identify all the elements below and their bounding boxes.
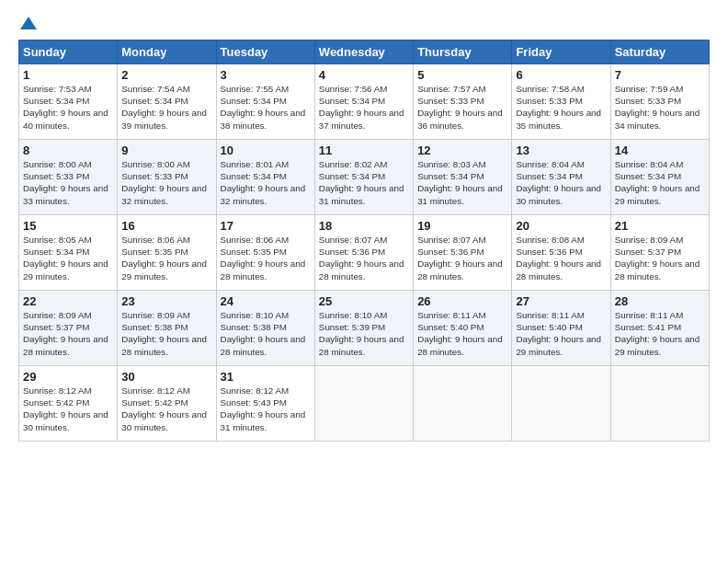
day-info: Sunrise: 8:08 AM Sunset: 5:36 PM Dayligh…: [516, 234, 606, 282]
day-number: 9: [121, 144, 211, 157]
day-number: 1: [23, 68, 113, 82]
day-number: 26: [417, 294, 507, 308]
day-number: 13: [516, 144, 606, 157]
day-info: Sunrise: 8:12 AM Sunset: 5:43 PM Dayligh…: [221, 385, 311, 433]
day-info: Sunrise: 8:10 AM Sunset: 5:39 PM Dayligh…: [319, 309, 409, 358]
calendar-weekday: Thursday: [414, 40, 512, 64]
calendar-cell: 9 Sunrise: 8:00 AM Sunset: 5:33 PM Dayli…: [118, 140, 216, 215]
day-number: 10: [221, 144, 311, 157]
calendar-cell: [610, 366, 709, 442]
calendar-week-row: 15 Sunrise: 8:05 AM Sunset: 5:34 PM Dayl…: [19, 215, 710, 291]
calendar-cell: 27 Sunrise: 8:11 AM Sunset: 5:40 PM Dayl…: [512, 291, 610, 366]
calendar-cell: 25 Sunrise: 8:10 AM Sunset: 5:39 PM Dayl…: [314, 291, 413, 366]
calendar-cell: 5 Sunrise: 7:57 AM Sunset: 5:33 PM Dayli…: [414, 64, 512, 140]
day-number: 11: [319, 144, 409, 157]
calendar-cell: 31 Sunrise: 8:12 AM Sunset: 5:43 PM Dayl…: [216, 366, 314, 442]
calendar-cell: 24 Sunrise: 8:10 AM Sunset: 5:38 PM Dayl…: [216, 291, 314, 366]
day-number: 29: [23, 370, 113, 384]
day-number: 18: [319, 219, 409, 233]
day-number: 30: [121, 370, 211, 384]
calendar-cell: 19 Sunrise: 8:07 AM Sunset: 5:36 PM Dayl…: [414, 215, 512, 291]
day-number: 21: [615, 219, 705, 233]
calendar-cell: [512, 366, 610, 442]
day-info: Sunrise: 8:11 AM Sunset: 5:40 PM Dayligh…: [516, 309, 606, 358]
day-number: 14: [615, 144, 705, 157]
calendar-weekday: Tuesday: [216, 40, 314, 64]
calendar-cell: 18 Sunrise: 8:07 AM Sunset: 5:36 PM Dayl…: [314, 215, 413, 291]
day-info: Sunrise: 8:07 AM Sunset: 5:36 PM Dayligh…: [417, 234, 507, 282]
day-number: 2: [121, 68, 211, 82]
day-info: Sunrise: 8:06 AM Sunset: 5:35 PM Dayligh…: [121, 234, 211, 282]
day-info: Sunrise: 7:55 AM Sunset: 5:34 PM Dayligh…: [221, 83, 311, 132]
calendar-cell: 4 Sunrise: 7:56 AM Sunset: 5:34 PM Dayli…: [314, 64, 413, 140]
calendar: SundayMondayTuesdayWednesdayThursdayFrid…: [18, 40, 710, 442]
day-info: Sunrise: 8:12 AM Sunset: 5:42 PM Dayligh…: [121, 385, 211, 433]
day-number: 3: [221, 68, 311, 82]
calendar-weekday: Friday: [512, 40, 610, 64]
day-info: Sunrise: 8:11 AM Sunset: 5:41 PM Dayligh…: [615, 309, 705, 358]
calendar-cell: 12 Sunrise: 8:03 AM Sunset: 5:34 PM Dayl…: [414, 140, 512, 215]
calendar-week-row: 8 Sunrise: 8:00 AM Sunset: 5:33 PM Dayli…: [19, 140, 710, 215]
day-info: Sunrise: 7:57 AM Sunset: 5:33 PM Dayligh…: [417, 83, 507, 132]
day-info: Sunrise: 8:06 AM Sunset: 5:35 PM Dayligh…: [221, 234, 311, 282]
day-info: Sunrise: 7:54 AM Sunset: 5:34 PM Dayligh…: [121, 83, 211, 132]
day-number: 28: [615, 294, 705, 308]
calendar-cell: 22 Sunrise: 8:09 AM Sunset: 5:37 PM Dayl…: [19, 291, 118, 366]
logo: [18, 17, 37, 29]
calendar-week-row: 29 Sunrise: 8:12 AM Sunset: 5:42 PM Dayl…: [19, 366, 710, 442]
day-info: Sunrise: 7:53 AM Sunset: 5:34 PM Dayligh…: [23, 83, 113, 132]
day-number: 20: [516, 219, 606, 233]
calendar-cell: 7 Sunrise: 7:59 AM Sunset: 5:33 PM Dayli…: [610, 64, 709, 140]
calendar-cell: 23 Sunrise: 8:09 AM Sunset: 5:38 PM Dayl…: [118, 291, 216, 366]
day-number: 17: [221, 219, 311, 233]
day-info: Sunrise: 8:09 AM Sunset: 5:37 PM Dayligh…: [23, 309, 113, 358]
day-number: 16: [121, 219, 211, 233]
day-info: Sunrise: 7:56 AM Sunset: 5:34 PM Dayligh…: [319, 83, 409, 132]
calendar-cell: 30 Sunrise: 8:12 AM Sunset: 5:42 PM Dayl…: [118, 366, 216, 442]
calendar-cell: 3 Sunrise: 7:55 AM Sunset: 5:34 PM Dayli…: [216, 64, 314, 140]
calendar-cell: 21 Sunrise: 8:09 AM Sunset: 5:37 PM Dayl…: [610, 215, 709, 291]
day-info: Sunrise: 8:04 AM Sunset: 5:34 PM Dayligh…: [615, 158, 705, 207]
calendar-cell: 29 Sunrise: 8:12 AM Sunset: 5:42 PM Dayl…: [19, 366, 118, 442]
day-info: Sunrise: 7:59 AM Sunset: 5:33 PM Dayligh…: [615, 83, 705, 132]
day-info: Sunrise: 8:02 AM Sunset: 5:34 PM Dayligh…: [319, 158, 409, 207]
calendar-weekday: Monday: [118, 40, 216, 64]
day-info: Sunrise: 8:00 AM Sunset: 5:33 PM Dayligh…: [23, 158, 113, 207]
svg-marker-0: [20, 17, 37, 29]
day-number: 5: [417, 68, 507, 82]
day-number: 27: [516, 294, 606, 308]
day-number: 25: [319, 294, 409, 308]
day-info: Sunrise: 8:05 AM Sunset: 5:34 PM Dayligh…: [23, 234, 113, 282]
day-number: 24: [221, 294, 311, 308]
calendar-cell: 20 Sunrise: 8:08 AM Sunset: 5:36 PM Dayl…: [512, 215, 610, 291]
header: [18, 17, 710, 29]
day-info: Sunrise: 8:01 AM Sunset: 5:34 PM Dayligh…: [221, 158, 311, 207]
day-number: 22: [23, 294, 113, 308]
day-info: Sunrise: 8:00 AM Sunset: 5:33 PM Dayligh…: [121, 158, 211, 207]
day-number: 31: [221, 370, 311, 384]
calendar-weekday: Saturday: [610, 40, 709, 64]
calendar-cell: [414, 366, 512, 442]
calendar-weekday: Sunday: [19, 40, 118, 64]
day-info: Sunrise: 8:12 AM Sunset: 5:42 PM Dayligh…: [23, 385, 113, 433]
day-number: 19: [417, 219, 507, 233]
day-info: Sunrise: 8:07 AM Sunset: 5:36 PM Dayligh…: [319, 234, 409, 282]
day-number: 7: [615, 68, 705, 82]
calendar-cell: 15 Sunrise: 8:05 AM Sunset: 5:34 PM Dayl…: [19, 215, 118, 291]
calendar-cell: 14 Sunrise: 8:04 AM Sunset: 5:34 PM Dayl…: [610, 140, 709, 215]
day-info: Sunrise: 8:09 AM Sunset: 5:37 PM Dayligh…: [615, 234, 705, 282]
calendar-week-row: 1 Sunrise: 7:53 AM Sunset: 5:34 PM Dayli…: [19, 64, 710, 140]
calendar-cell: 2 Sunrise: 7:54 AM Sunset: 5:34 PM Dayli…: [118, 64, 216, 140]
calendar-week-row: 22 Sunrise: 8:09 AM Sunset: 5:37 PM Dayl…: [19, 291, 710, 366]
calendar-cell: 8 Sunrise: 8:00 AM Sunset: 5:33 PM Dayli…: [19, 140, 118, 215]
calendar-cell: 13 Sunrise: 8:04 AM Sunset: 5:34 PM Dayl…: [512, 140, 610, 215]
calendar-weekday: Wednesday: [314, 40, 413, 64]
page-container: SundayMondayTuesdayWednesdayThursdayFrid…: [0, 0, 728, 451]
calendar-cell: [314, 366, 413, 442]
day-info: Sunrise: 8:10 AM Sunset: 5:38 PM Dayligh…: [221, 309, 311, 358]
day-info: Sunrise: 7:58 AM Sunset: 5:33 PM Dayligh…: [516, 83, 606, 132]
day-number: 6: [516, 68, 606, 82]
calendar-cell: 28 Sunrise: 8:11 AM Sunset: 5:41 PM Dayl…: [610, 291, 709, 366]
day-number: 15: [23, 219, 113, 233]
calendar-header-row: SundayMondayTuesdayWednesdayThursdayFrid…: [19, 40, 710, 64]
